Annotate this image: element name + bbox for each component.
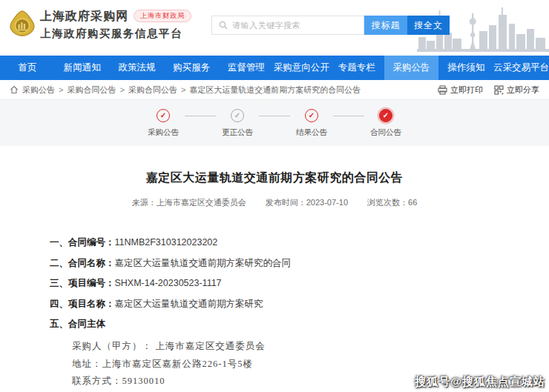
home-icon bbox=[10, 85, 19, 94]
search-title-button[interactable]: 搜标题 bbox=[364, 16, 407, 35]
nav-item-operation-guide[interactable]: 操作须知 bbox=[438, 56, 493, 80]
site-logo-icon bbox=[9, 9, 36, 39]
search-placeholder: 请输入关键字搜索 bbox=[232, 20, 300, 31]
step-label: 更正公告 bbox=[222, 127, 253, 138]
step-connector bbox=[185, 116, 216, 116]
share-button[interactable]: 立即分享 bbox=[494, 84, 539, 96]
page-header: 上海政府采购网上海市财政局 上海政府购买服务信息平台 bbox=[0, 0, 549, 56]
qr-code-icon bbox=[494, 85, 504, 95]
step-contract-notice[interactable]: ✓ 合同公告 bbox=[364, 109, 407, 138]
step-result-notice[interactable]: ✓ 结果公告 bbox=[290, 109, 333, 138]
breadcrumb-separator: > bbox=[119, 85, 124, 94]
breadcrumb-actions: 立即打印 立即分享 bbox=[438, 84, 539, 96]
breadcrumb-separator: > bbox=[181, 85, 185, 94]
notice-steps-band: ✓ 采购公告 ✓ 更正公告 ✓ 结果公告 ✓ 合同公告 bbox=[0, 100, 549, 146]
project-name-row: 四、项目名称：嘉定区大运量轨道交通前期方案研究 bbox=[50, 299, 545, 309]
sohu-watermark: 搜狐号@搜狐焦点宣城站 bbox=[415, 375, 545, 389]
check-icon: ✓ bbox=[383, 111, 389, 119]
contract-number-row: 一、合同编号：11NMB2F310312023202 bbox=[50, 237, 545, 248]
breadcrumb-item[interactable]: 采购合同公告 bbox=[128, 84, 177, 96]
nav-item-cloud-trading[interactable]: 云采交易平台 bbox=[493, 56, 549, 80]
breadcrumb-item[interactable]: 采购合同公告 bbox=[67, 84, 116, 96]
nav-item-purchase-service[interactable]: 购买服务 bbox=[164, 56, 219, 80]
printer-icon bbox=[438, 85, 447, 95]
article-view-count: 浏览次数：66 bbox=[367, 197, 417, 208]
breadcrumb-bar: 采购公告 > 采购合同公告 > 采购合同公告 > 嘉定区大运量轨道交通前期方案研… bbox=[0, 80, 549, 100]
check-icon: ✓ bbox=[234, 111, 240, 119]
print-label: 立即打印 bbox=[450, 84, 483, 96]
article-publish-date: 发布时间：2023-07-10 bbox=[266, 197, 348, 208]
contract-name-row: 二、合同名称：嘉定区大运量轨道交通前期方案研究的合同 bbox=[50, 258, 545, 268]
purchaser-row: 采购人（甲方）： 上海市嘉定区交通委员会 bbox=[72, 341, 545, 351]
step-label: 合同公告 bbox=[370, 127, 401, 138]
site-subtitle: 上海政府购买服务信息平台 bbox=[40, 27, 191, 41]
article-title: 嘉定区大运量轨道交通前期方案研究的合同公告 bbox=[4, 170, 545, 186]
contract-parties-heading: 五、合同主体 bbox=[50, 319, 545, 329]
nav-item-policy[interactable]: 政策法规 bbox=[110, 56, 165, 80]
site-name: 上海政府采购网 bbox=[40, 10, 128, 22]
share-label: 立即分享 bbox=[507, 84, 539, 96]
breadcrumb-item-current: 嘉定区大运量轨道交通前期方案研究的合同公告 bbox=[189, 84, 361, 96]
nav-item-intent-disclosure[interactable]: 采购意向公开 bbox=[274, 56, 329, 80]
search-fulltext-button[interactable]: 搜全文 bbox=[407, 16, 450, 35]
check-icon: ✓ bbox=[309, 111, 315, 119]
nav-item-special-topics[interactable]: 专题专栏 bbox=[329, 56, 384, 80]
breadcrumb: 采购公告 > 采购合同公告 > 采购合同公告 > 嘉定区大运量轨道交通前期方案研… bbox=[10, 84, 361, 96]
step-procurement-notice[interactable]: ✓ 采购公告 bbox=[142, 109, 185, 138]
address-row: 地址：上海市嘉定区嘉新公路226-1号5楼 bbox=[72, 359, 545, 369]
breadcrumb-separator: > bbox=[59, 85, 63, 94]
check-icon: ✓ bbox=[160, 111, 166, 119]
site-titles: 上海政府采购网上海市财政局 上海政府购买服务信息平台 bbox=[40, 9, 191, 41]
step-label: 采购公告 bbox=[148, 127, 179, 138]
nav-item-procurement-notices[interactable]: 采购公告 bbox=[384, 56, 439, 80]
nav-item-supervision[interactable]: 监督管理 bbox=[219, 56, 274, 80]
step-connector bbox=[259, 116, 290, 116]
nav-item-home[interactable]: 首页 bbox=[0, 56, 55, 80]
article-meta: 来源：上海市嘉定区交通委员会 发布时间：2023-07-10 浏览次数：66 bbox=[4, 197, 545, 208]
article-body: 一、合同编号：11NMB2F310312023202 二、合同名称：嘉定区大运量… bbox=[50, 237, 545, 392]
project-number-row: 三、项目编号：SHXM-14-20230523-1117 bbox=[50, 278, 545, 288]
step-correction-notice[interactable]: ✓ 更正公告 bbox=[216, 109, 259, 138]
article-source: 来源：上海市嘉定区交通委员会 bbox=[132, 197, 246, 208]
notice-steps: ✓ 采购公告 ✓ 更正公告 ✓ 结果公告 ✓ 合同公告 bbox=[142, 109, 407, 138]
nav-item-news[interactable]: 新闻通知 bbox=[55, 56, 110, 80]
finance-bureau-badge: 上海市财政局 bbox=[134, 10, 191, 22]
step-label: 结果公告 bbox=[296, 127, 327, 138]
step-connector bbox=[333, 116, 364, 116]
search-input[interactable]: 请输入关键字搜索 bbox=[211, 16, 364, 35]
main-nav: 首页 新闻通知 政策法规 购买服务 监督管理 采购意向公开 专题专栏 采购公告 … bbox=[0, 56, 549, 80]
header-search: 请输入关键字搜索 搜标题 搜全文 bbox=[211, 16, 450, 35]
article-card: 嘉定区大运量轨道交通前期方案研究的合同公告 来源：上海市嘉定区交通委员会 发布时… bbox=[4, 146, 545, 392]
print-button[interactable]: 立即打印 bbox=[438, 84, 483, 96]
breadcrumb-item[interactable]: 采购公告 bbox=[22, 84, 55, 96]
search-icon bbox=[219, 21, 228, 30]
